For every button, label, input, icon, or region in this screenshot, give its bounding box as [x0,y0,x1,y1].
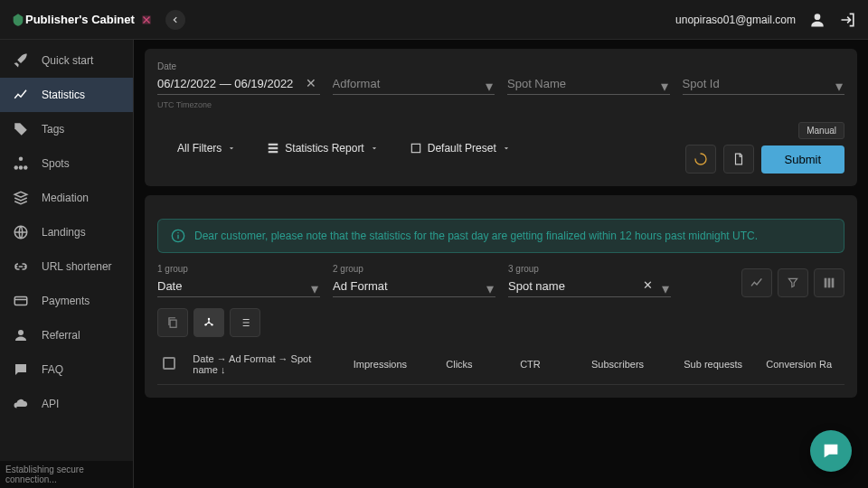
user-icon [13,327,29,343]
group1-input[interactable] [157,276,320,297]
manual-tag[interactable]: Manual [798,122,844,139]
app-header: Publisher's Cabinet unopiraso01@gmail.co… [0,0,868,40]
sidebar-item-label: Payments [42,295,90,307]
sidebar-item-api[interactable]: API [0,387,133,421]
svg-rect-13 [170,320,176,327]
chart-view-button[interactable] [741,268,772,297]
sidebar-item-label: Spots [42,157,70,170]
svg-rect-12 [832,278,835,288]
refresh-button[interactable] [685,145,716,174]
adformat-input[interactable] [333,73,495,95]
info-notice: Dear customer, please note that the stat… [157,219,844,253]
app-title: Publisher's Cabinet [25,13,135,26]
tree-view-button[interactable] [193,308,224,337]
logout-icon[interactable] [839,11,857,29]
sidebar-item-faq[interactable]: FAQ [0,352,133,387]
sidebar-item-payments[interactable]: Payments [0,284,133,318]
chevron-down-icon: ▾ [661,78,668,95]
column-sub-requests[interactable]: Sub requests [667,359,759,370]
svg-point-3 [19,165,24,170]
report-icon [267,142,279,155]
chart-icon [13,87,29,103]
sidebar-item-label: Mediation [42,192,89,204]
default-preset-button[interactable]: Default Preset [402,136,518,160]
chevron-down-icon: ▾ [486,78,493,95]
spotid-input[interactable] [683,73,845,95]
main-content: Date ✕ UTC Timezone ▾ ▾ [134,40,868,488]
svg-rect-11 [828,278,831,288]
info-icon [171,229,185,243]
svg-point-7 [18,330,24,335]
sidebar-item-statistics[interactable]: Statistics [0,78,133,112]
sidebar-item-label: URL shortener [42,260,112,273]
account-icon[interactable] [808,11,826,29]
sidebar-collapse-button[interactable] [165,10,185,30]
group2-label: 2 group [333,264,495,274]
stats-report-label: Statistics Report [285,142,363,155]
group1-label: 1 group [157,264,320,274]
adformat-field[interactable]: ▾ [333,61,495,111]
group3-clear-icon[interactable]: ✕ [643,278,653,292]
submit-button[interactable]: Submit [761,145,844,174]
copy-button[interactable] [157,308,188,337]
date-input[interactable] [157,73,320,95]
app-logo-icon [11,13,25,27]
date-field[interactable]: Date ✕ UTC Timezone [157,61,320,111]
sidebar-item-landings[interactable]: Landings [0,215,133,249]
svg-rect-10 [825,278,827,288]
group2-field[interactable]: 2 group ▾ [333,264,495,297]
spotname-input[interactable] [507,73,670,95]
sidebar-item-referral[interactable]: Referral [0,318,133,352]
filter-panel: Date ✕ UTC Timezone ▾ ▾ [145,49,857,186]
column-hierarchy[interactable]: Date → Ad Format → Spot name ↓ [185,353,335,375]
all-filters-button[interactable]: All Filters [170,136,243,160]
sidebar-item-spots[interactable]: Spots [0,146,133,181]
sidebar-item-label: Referral [42,329,80,342]
svg-point-1 [19,157,24,162]
notice-text: Dear customer, please note that the stat… [194,230,758,242]
spotname-field[interactable]: ▾ [507,61,670,111]
group1-field[interactable]: 1 group ▾ [157,264,320,297]
column-ctr[interactable]: CTR [493,359,568,370]
sidebar-item-label: API [42,398,59,410]
svg-point-14 [208,318,210,320]
svg-rect-8 [411,144,420,152]
sidebar-item-label: Tags [42,123,64,136]
user-email: unopiraso01@gmail.com [675,14,796,26]
export-button[interactable] [723,145,754,174]
select-all-checkbox[interactable] [163,357,185,371]
sidebar-item-label: Landings [42,226,86,239]
svg-point-2 [14,165,19,170]
date-clear-icon[interactable]: ✕ [306,76,316,90]
spotid-field[interactable]: ▾ [683,61,845,111]
sidebar-item-label: Statistics [42,89,85,101]
group2-input[interactable] [333,276,495,297]
svg-point-4 [24,165,28,170]
sidebar: Quick start Statistics Tags Spots Mediat… [0,40,134,488]
sidebar-item-tags[interactable]: Tags [0,112,133,146]
chat-widget-button[interactable] [810,430,852,472]
sidebar-item-url-shortener[interactable]: URL shortener [0,249,133,284]
columns-button[interactable] [814,268,844,297]
column-subscribers[interactable]: Subscribers [568,359,667,370]
group3-field[interactable]: 3 group ✕ ▾ [508,264,671,297]
chevron-down-icon: ▾ [662,280,669,297]
table-header: Date → Ad Format → Spot name ↓ Impressio… [157,344,844,385]
column-impressions[interactable]: Impressions [335,359,426,370]
chevron-down-icon: ▾ [486,280,494,297]
filter-button[interactable] [778,268,808,297]
date-label: Date [157,61,320,71]
group3-label: 3 group [508,264,671,274]
chevron-down-icon: ▾ [311,280,318,297]
results-panel: Dear customer, please note that the stat… [145,195,857,398]
list-view-button[interactable] [230,308,260,337]
hierarchy-icon [13,155,29,172]
column-conversion[interactable]: Conversion Ra [759,359,839,370]
column-clicks[interactable]: Clicks [426,359,493,370]
all-filters-label: All Filters [177,142,222,155]
sidebar-item-quick-start[interactable]: Quick start [0,43,133,78]
sidebar-item-mediation[interactable]: Mediation [0,181,133,215]
statistics-report-button[interactable]: Statistics Report [259,136,385,160]
header-pink-icon [140,14,153,26]
preset-icon [410,142,422,155]
